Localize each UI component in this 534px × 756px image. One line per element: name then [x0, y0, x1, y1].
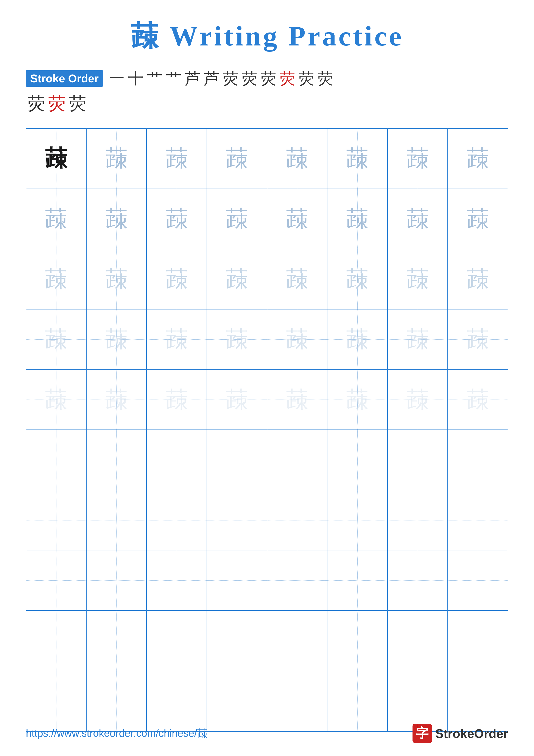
grid-cell[interactable]: 䔫 — [327, 249, 388, 310]
grid-cell[interactable]: 䔫 — [448, 189, 508, 249]
grid-cell[interactable]: 䔫 — [87, 370, 147, 430]
grid-cell[interactable] — [327, 551, 388, 611]
grid-cell[interactable]: 䔫 — [207, 189, 267, 249]
grid-cell[interactable] — [87, 430, 147, 490]
grid-cell[interactable] — [388, 551, 448, 611]
grid-cell[interactable]: 䔫 — [267, 370, 328, 430]
grid-character: 䔫 — [105, 324, 128, 355]
stroke-3: 艹 — [147, 68, 163, 89]
grid-cell[interactable]: 䔫 — [388, 129, 448, 189]
grid-cell[interactable] — [327, 671, 388, 731]
grid-cell[interactable]: 䔫 — [26, 189, 87, 249]
grid-character: 䔫 — [165, 264, 188, 294]
grid-cell[interactable] — [448, 490, 508, 551]
grid-cell[interactable]: 䔫 — [147, 189, 207, 249]
grid-cell[interactable] — [147, 671, 207, 731]
grid-cell[interactable] — [147, 490, 207, 551]
grid-cell[interactable]: 䔫 — [327, 189, 388, 249]
grid-cell[interactable] — [26, 490, 87, 551]
grid-cell[interactable]: 䔫 — [147, 370, 207, 430]
grid-cell[interactable] — [388, 430, 448, 490]
logo-text: StrokeOrder — [435, 726, 508, 741]
grid-cell[interactable] — [267, 430, 328, 490]
grid-cell[interactable]: 䔫 — [147, 249, 207, 310]
grid-character: 䔫 — [467, 324, 489, 355]
grid-cell[interactable]: 䔫 — [207, 249, 267, 310]
grid-cell[interactable]: 䔫 — [388, 189, 448, 249]
grid-character: 䔫 — [45, 143, 67, 174]
grid-cell[interactable]: 䔫 — [267, 249, 328, 310]
grid-row: 䔫䔫䔫䔫䔫䔫䔫䔫 — [26, 370, 508, 430]
grid-cell[interactable]: 䔫 — [147, 310, 207, 370]
grid-cell[interactable] — [267, 490, 328, 551]
footer-url[interactable]: https://www.strokeorder.com/chinese/䔫 — [26, 726, 207, 740]
grid-cell[interactable]: 䔫 — [147, 129, 207, 189]
grid-cell[interactable] — [388, 611, 448, 671]
grid-cell[interactable] — [207, 430, 267, 490]
grid-cell[interactable]: 䔫 — [388, 370, 448, 430]
grid-cell[interactable] — [207, 490, 267, 551]
grid-character: 䔫 — [286, 264, 309, 294]
footer-logo: 字 StrokeOrder — [413, 724, 508, 743]
grid-cell[interactable]: 䔫 — [448, 249, 508, 310]
grid-character: 䔫 — [105, 264, 128, 294]
grid-cell[interactable] — [147, 430, 207, 490]
grid-cell[interactable]: 䔫 — [267, 189, 328, 249]
grid-cell[interactable]: 䔫 — [327, 129, 388, 189]
grid-cell[interactable] — [147, 551, 207, 611]
grid-cell[interactable] — [207, 611, 267, 671]
grid-cell[interactable]: 䔫 — [87, 189, 147, 249]
grid-cell[interactable] — [26, 430, 87, 490]
grid-cell[interactable] — [327, 611, 388, 671]
grid-cell[interactable] — [448, 611, 508, 671]
grid-cell[interactable] — [87, 551, 147, 611]
grid-cell[interactable]: 䔫 — [87, 310, 147, 370]
grid-cell[interactable]: 䔫 — [448, 310, 508, 370]
grid-character: 䔫 — [406, 385, 429, 415]
grid-cell[interactable]: 䔫 — [26, 310, 87, 370]
grid-cell[interactable] — [87, 671, 147, 731]
grid-cell[interactable]: 䔫 — [207, 370, 267, 430]
grid-cell[interactable] — [448, 671, 508, 731]
grid-row: 䔫䔫䔫䔫䔫䔫䔫䔫 — [26, 249, 508, 310]
grid-cell[interactable] — [448, 551, 508, 611]
grid-cell[interactable] — [448, 430, 508, 490]
grid-cell[interactable]: 䔫 — [448, 370, 508, 430]
grid-cell[interactable] — [26, 611, 87, 671]
grid-cell[interactable]: 䔫 — [448, 129, 508, 189]
grid-character: 䔫 — [165, 143, 188, 174]
grid-cell[interactable] — [388, 671, 448, 731]
grid-cell[interactable]: 䔫 — [207, 129, 267, 189]
grid-cell[interactable]: 䔫 — [26, 370, 87, 430]
grid-cell[interactable] — [147, 611, 207, 671]
grid-cell[interactable]: 䔫 — [207, 310, 267, 370]
grid-cell[interactable] — [267, 551, 328, 611]
grid-cell[interactable]: 䔫 — [87, 249, 147, 310]
grid-cell[interactable] — [267, 671, 328, 731]
grid-cell[interactable]: 䔫 — [388, 249, 448, 310]
grid-cell[interactable]: 䔫 — [327, 370, 388, 430]
grid-cell[interactable]: 䔫 — [388, 310, 448, 370]
grid-cell[interactable] — [388, 490, 448, 551]
grid-cell[interactable] — [267, 611, 328, 671]
grid-cell[interactable] — [207, 671, 267, 731]
grid-row — [26, 430, 508, 490]
grid-cell[interactable] — [26, 671, 87, 731]
grid-cell[interactable] — [327, 490, 388, 551]
grid-character: 䔫 — [467, 204, 489, 234]
grid-character: 䔫 — [45, 385, 67, 415]
grid-row — [26, 611, 508, 671]
grid-cell[interactable]: 䔫 — [87, 129, 147, 189]
grid-cell[interactable] — [87, 611, 147, 671]
grid-cell[interactable]: 䔫 — [327, 310, 388, 370]
stroke-10: 荧 — [280, 68, 295, 89]
grid-cell[interactable] — [207, 551, 267, 611]
grid-cell[interactable] — [87, 490, 147, 551]
grid-cell[interactable]: 䔫 — [267, 129, 328, 189]
grid-cell[interactable]: 䔫 — [26, 129, 87, 189]
grid-cell[interactable]: 䔫 — [267, 310, 328, 370]
grid-cell[interactable] — [26, 551, 87, 611]
grid-row: 䔫䔫䔫䔫䔫䔫䔫䔫 — [26, 310, 508, 370]
grid-cell[interactable] — [327, 430, 388, 490]
grid-cell[interactable]: 䔫 — [26, 249, 87, 310]
